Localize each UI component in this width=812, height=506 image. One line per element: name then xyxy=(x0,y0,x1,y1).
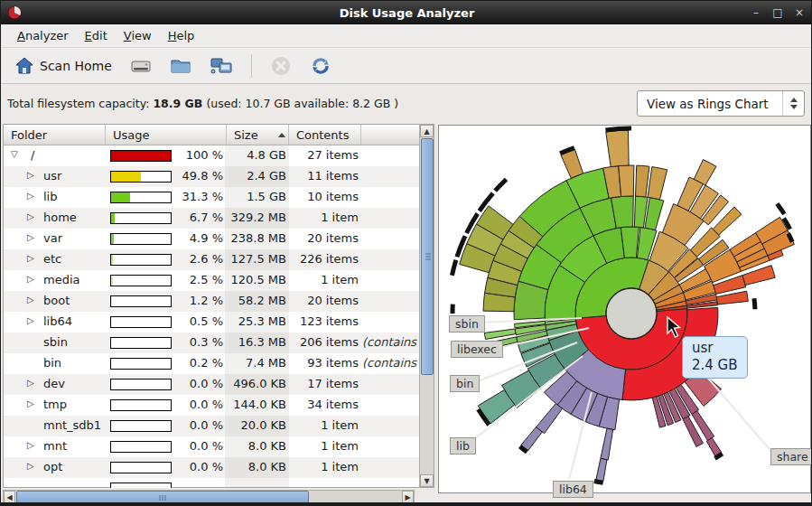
table-row[interactable]: mnt_sdb10.0 %20.0 KB1 item xyxy=(4,416,419,436)
app-window: Disk Usage Analyzer – □ × AnalyzerEditVi… xyxy=(0,0,812,506)
ring-segment[interactable] xyxy=(606,130,629,167)
table-row[interactable]: ▷lib640.5 %25.3 MB123 items xyxy=(4,312,419,333)
expander-closed-icon[interactable]: ▷ xyxy=(27,274,38,284)
info-bar: Total filesystem capacity: 18.9 GB (used… xyxy=(2,84,812,123)
folder-name: boot xyxy=(43,294,70,307)
table-row[interactable] xyxy=(4,478,419,488)
refresh-button[interactable] xyxy=(304,52,337,80)
usage-bar xyxy=(110,254,172,266)
table-row[interactable]: ▷boot1.2 %58.2 MB20 items xyxy=(4,291,419,312)
table-row[interactable]: ▷tmp0.0 %144.0 KB34 items xyxy=(4,395,419,416)
column-header-contents[interactable]: Contents xyxy=(289,125,361,145)
horizontal-scrollbar-thumb[interactable] xyxy=(16,491,309,503)
size-value: 7.4 MB xyxy=(214,356,286,370)
size-value: 8.0 KB xyxy=(214,439,286,453)
usage-bar xyxy=(110,171,172,183)
expander-closed-icon[interactable]: ▷ xyxy=(27,191,38,201)
ring-segment[interactable] xyxy=(596,458,607,481)
close-button[interactable]: × xyxy=(793,6,806,19)
ring-segment[interactable] xyxy=(537,404,563,434)
expander-closed-icon[interactable]: ▷ xyxy=(27,232,38,242)
folder-name: mnt xyxy=(43,439,67,453)
table-row[interactable]: bin0.2 %7.4 MB93 items(contains xyxy=(4,353,419,374)
column-header-folder[interactable]: Folder xyxy=(4,125,106,145)
expander-open-icon[interactable]: ▽ xyxy=(11,149,22,159)
chart-tooltip: usr 2.4 GB xyxy=(682,336,748,379)
expander-closed-icon[interactable]: ▷ xyxy=(27,378,38,388)
minimize-button[interactable]: – xyxy=(750,6,762,19)
column-header-size[interactable]: Size xyxy=(227,125,289,145)
vertical-scrollbar[interactable]: ▲ ▼ xyxy=(419,125,434,487)
expander-closed-icon[interactable]: ▷ xyxy=(27,295,38,305)
menu-edit[interactable]: Edit xyxy=(77,26,116,45)
scroll-left-button[interactable]: ◀ xyxy=(4,491,15,503)
menu-analyzer[interactable]: Analyzer xyxy=(9,26,77,45)
usage-bar xyxy=(110,233,172,245)
stop-scan-button[interactable] xyxy=(265,52,297,80)
menu-help[interactable]: Help xyxy=(160,26,203,45)
expander-closed-icon[interactable]: ▷ xyxy=(27,211,38,221)
folder-icon xyxy=(170,55,191,77)
maximize-button[interactable]: □ xyxy=(771,6,784,19)
table-row[interactable]: ▷home6.7 %329.2 MB1 item xyxy=(4,208,419,229)
table-row[interactable]: ▽/100 %4.8 GB27 items xyxy=(4,145,419,166)
expander-closed-icon[interactable]: ▷ xyxy=(27,461,38,471)
more-depth-indicator xyxy=(495,180,506,192)
size-value: 16.3 MB xyxy=(214,335,286,349)
contents-note: (contains xyxy=(362,356,416,370)
folder-name: mnt_sdb1 xyxy=(43,418,101,432)
table-row[interactable]: ▷usr49.8 %2.4 GB11 items xyxy=(4,166,419,187)
contents-value: 10 items xyxy=(277,190,359,203)
menu-view[interactable]: View xyxy=(116,26,160,45)
contents-value: 27 items xyxy=(277,148,359,162)
scroll-down-button[interactable]: ▼ xyxy=(420,474,434,487)
ring-segment[interactable] xyxy=(601,428,613,460)
folder-name: var xyxy=(43,231,62,245)
ring-segment[interactable] xyxy=(636,165,649,197)
size-value: 2.4 GB xyxy=(214,169,286,183)
scroll-up-button[interactable]: ▲ xyxy=(420,125,434,137)
expander-closed-icon[interactable]: ▷ xyxy=(27,170,38,180)
scan-home-button[interactable]: Scan Home xyxy=(9,52,117,80)
table-row[interactable]: ▷etc2.6 %127.5 MB226 items xyxy=(4,249,419,270)
view-mode-select[interactable]: View as Rings Chart xyxy=(637,90,805,117)
usage-bar xyxy=(110,379,172,390)
usage-bar xyxy=(110,275,172,286)
expander-closed-icon[interactable]: ▷ xyxy=(27,253,38,263)
folder-name: dev xyxy=(43,377,65,390)
table-row[interactable]: sbin0.3 %16.3 MB206 items(contains xyxy=(4,333,419,353)
ring-segment[interactable] xyxy=(645,198,664,230)
size-value: 144.0 KB xyxy=(214,398,286,411)
scroll-right-button[interactable]: ▶ xyxy=(402,491,414,503)
vertical-scrollbar-thumb[interactable] xyxy=(421,138,434,375)
scan-filesystem-button[interactable] xyxy=(125,52,157,80)
ring-segment[interactable] xyxy=(621,227,639,258)
expander-closed-icon[interactable]: ▷ xyxy=(27,398,38,408)
usage-bar xyxy=(110,399,172,411)
table-row[interactable]: ▷dev0.0 %496.0 KB17 items xyxy=(4,374,419,395)
size-value: 4.8 GB xyxy=(214,148,286,162)
table-row[interactable]: ▷var4.9 %238.8 MB20 items xyxy=(4,229,419,249)
table-row[interactable]: ▷mnt0.0 %8.0 KB1 item xyxy=(4,436,419,457)
scan-folder-button[interactable] xyxy=(164,52,197,80)
table-row[interactable]: ▷media2.5 %120.5 MB1 item xyxy=(4,270,419,291)
folder-name: lib64 xyxy=(43,314,72,328)
table-row[interactable]: ▷lib31.3 %1.5 GB10 items xyxy=(4,187,419,208)
chart-root-circle[interactable] xyxy=(606,288,657,339)
contents-value: 226 items xyxy=(277,252,359,266)
column-header-usage[interactable]: Usage xyxy=(106,125,227,145)
scan-remote-button[interactable] xyxy=(204,52,238,80)
ring-segment[interactable] xyxy=(619,165,634,196)
folder-name: sbin xyxy=(43,335,68,349)
chart-label-lib: lib xyxy=(450,437,476,454)
table-body: ▽/100 %4.8 GB27 items▷usr49.8 %2.4 GB11 … xyxy=(4,145,419,488)
title-bar[interactable]: Disk Usage Analyzer – □ × xyxy=(1,1,812,24)
table-row[interactable]: ▷opt0.0 %8.0 KB1 item xyxy=(4,457,419,478)
rings-chart-panel: sbinlibexecbinliblib64share usr 2.4 GB xyxy=(438,125,811,493)
expander-closed-icon[interactable]: ▷ xyxy=(27,315,38,325)
network-icon xyxy=(210,55,233,77)
home-icon xyxy=(14,56,34,76)
rings-chart[interactable] xyxy=(439,126,810,492)
ring-segment[interactable] xyxy=(648,167,667,200)
expander-closed-icon[interactable]: ▷ xyxy=(27,440,38,450)
